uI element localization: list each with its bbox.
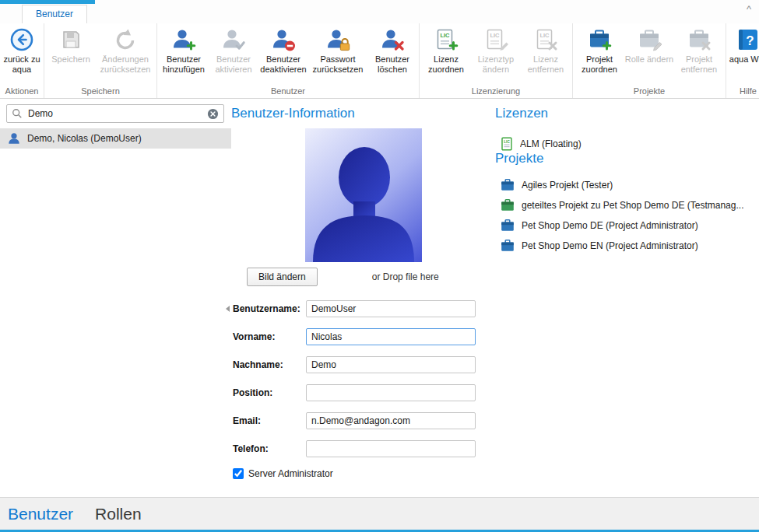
user-list-item[interactable]: Demo, Nicolas (DemoUser) [0,128,231,149]
search-icon [12,108,23,119]
svg-text:LIC: LIC [504,140,510,144]
project-add-icon [587,27,612,52]
save-button[interactable]: Speichern [46,23,96,65]
change-image-button[interactable]: Bild ändern [247,268,318,286]
ribbon-tabstrip: Benutzer ^ [0,0,759,23]
assignments-panel: Lizenzen LIC ALM (Floating) Projekte [495,99,759,497]
project-icon [501,219,515,232]
add-user-button[interactable]: Benutzer hinzufügen [159,23,209,75]
assign-project-button[interactable]: Projekt zuordnen [575,23,624,75]
change-role-button[interactable]: Rolle ändern [624,23,674,65]
aqua-wiki-button[interactable]: ? aqua Wiki [728,23,759,65]
user-list: Demo, Nicolas (DemoUser) [0,128,231,149]
form-row-email: Email: [233,412,495,429]
user-deactivate-icon [271,27,296,52]
avatar[interactable] [305,128,422,262]
ribbon-group-hilfe: ? aqua Wiki Hilfe [726,23,759,98]
remove-project-button[interactable]: Projekt entfernen [674,23,724,75]
footer-tab-benutzer[interactable]: Benutzer [8,505,73,523]
user-list-item-label: Demo, Nicolas (DemoUser) [27,133,142,144]
back-to-aqua-button[interactable]: zurück zu aqua [2,23,42,75]
ribbon: zurück zu aqua Aktionen Speichern [0,23,759,99]
ribbon-collapse-icon[interactable]: ^ [747,3,751,15]
phone-label: Telefon: [233,443,306,454]
footer-tabs: Benutzer Rollen [0,497,759,530]
email-field[interactable] [306,412,476,429]
server-admin-checkbox[interactable] [233,468,244,479]
assign-license-button[interactable]: LIC Lizenz zuordnen [421,23,471,75]
user-activate-icon [221,27,246,52]
deactivate-user-button[interactable]: Benutzer deaktivieren [258,23,308,75]
user-icon [7,131,21,145]
group-label-speichern: Speichern [46,85,155,98]
remove-license-button[interactable]: LIC Lizenz entfernen [521,23,571,75]
lastname-field[interactable] [306,356,476,373]
license-icon: LIC [501,137,513,151]
project-icon [501,240,515,252]
collapse-marker-icon [226,306,230,312]
footer-tab-rollen[interactable]: Rollen [95,505,142,523]
project-item-label: Pet Shop Demo EN (Project Administrator) [522,240,698,251]
project-item-label: Pet Shop Demo DE (Project Administrator) [522,220,698,231]
licenses-title: Lizenzen [495,106,759,121]
phone-field[interactable] [306,440,476,457]
svg-text:LIC: LIC [440,32,450,39]
user-info-panel: Benutzer-Information Bild ändern or Drop… [231,99,495,497]
clear-search-icon[interactable] [207,108,219,120]
firstname-label: Vorname: [233,331,306,342]
avatar-actions: Bild ändern or Drop file here [247,268,495,286]
main-content: Demo, Nicolas (DemoUser) Benutzer-Inform… [0,99,759,497]
ribbon-group-speichern: Speichern Änderungen zurücksetzen Speich… [44,23,157,98]
window-accent-strip [0,0,95,4]
user-form: Benutzername: Vorname: Nachname: Positio… [231,300,495,479]
group-label-benutzer: Benutzer [159,85,417,98]
svg-text:LIC: LIC [539,32,550,39]
group-label-aktionen: Aktionen [2,85,42,98]
license-add-icon: LIC [434,27,459,52]
group-label-projekte: Projekte [575,85,724,98]
ribbon-group-lizenzierung: LIC Lizenz zuordnen LIC [420,23,573,98]
password-reset-icon [325,27,350,52]
project-remove-icon [687,27,712,52]
email-label: Email: [233,415,306,426]
group-label-hilfe: Hilfe [728,85,759,98]
drop-hint: or Drop file here [372,271,439,282]
form-row-benutzername: Benutzername: [233,300,495,317]
position-label: Position: [233,387,306,398]
reset-password-button[interactable]: Passwort zurücksetzen [308,23,367,75]
server-admin-row: Server Administrator [233,468,495,479]
ribbon-group-projekte: Projekt zuordnen Rolle ändern [573,23,726,98]
license-item[interactable]: LIC ALM (Floating) [501,137,759,151]
role-edit-icon [637,27,662,52]
license-remove-icon: LIC [533,27,558,52]
shared-project-icon [501,199,515,212]
user-search [6,104,224,123]
project-item[interactable]: Agiles Projekt (Tester) [501,179,759,191]
firstname-field[interactable] [306,328,476,345]
ribbon-tab-benutzer[interactable]: Benutzer [22,5,87,23]
search-input[interactable] [26,107,203,120]
save-icon [58,27,83,52]
activate-user-button[interactable]: Benutzer aktivieren [209,23,258,75]
form-row-position: Position: [233,384,495,401]
project-item[interactable]: Pet Shop Demo EN (Project Administrator) [501,240,759,252]
change-license-type-button[interactable]: LIC Lizenztyp ändern [471,23,521,75]
reset-changes-button[interactable]: Änderungen zurücksetzen [96,23,155,75]
username-field[interactable] [306,300,476,317]
project-icon [501,179,515,191]
project-item[interactable]: geteiltes Projekt zu Pet Shop Demo DE (T… [501,199,759,212]
license-item-label: ALM (Floating) [520,138,582,149]
user-add-icon [171,27,196,52]
server-admin-label: Server Administrator [248,468,333,479]
svg-text:LIC: LIC [490,32,500,39]
ribbon-group-benutzer: Benutzer hinzufügen Benutzer aktivieren [157,23,420,98]
project-item-label: geteiltes Projekt zu Pet Shop Demo DE (T… [522,200,743,211]
form-row-vorname: Vorname: [233,328,495,345]
project-item[interactable]: Pet Shop Demo DE (Project Administrator) [501,219,759,232]
lastname-label: Nachname: [233,359,306,370]
position-field[interactable] [306,384,476,401]
username-label: Benutzername: [233,303,306,314]
form-row-telefon: Telefon: [233,440,495,457]
delete-user-button[interactable]: Benutzer löschen [367,23,417,75]
group-label-lizenzierung: Lizenzierung [421,85,571,98]
